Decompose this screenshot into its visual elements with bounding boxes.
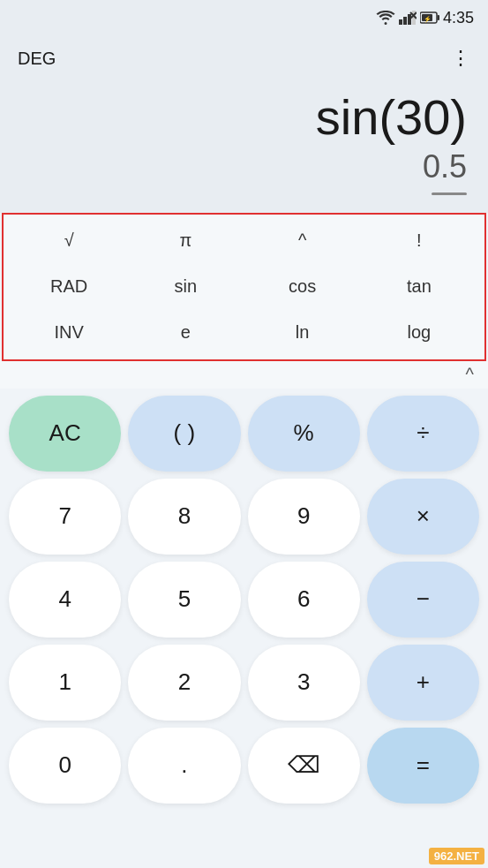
- calc-row-1: AC ( ) % ÷: [9, 396, 479, 472]
- e-button[interactable]: e: [127, 312, 244, 354]
- display-area: sin(30) 0.5: [0, 81, 488, 213]
- ln-button[interactable]: ln: [244, 312, 361, 354]
- two-button[interactable]: 2: [128, 645, 240, 721]
- svg-rect-0: [399, 19, 402, 25]
- calc-row-5: 0 . ⌫ =: [9, 728, 479, 804]
- add-button[interactable]: +: [367, 645, 479, 721]
- log-button[interactable]: log: [361, 312, 477, 354]
- factorial-button[interactable]: !: [361, 220, 477, 262]
- sci-row-3: INV e ln log: [4, 310, 484, 356]
- svg-rect-2: [408, 14, 411, 25]
- ac-button[interactable]: AC: [9, 396, 121, 472]
- zero-button[interactable]: 0: [9, 728, 121, 804]
- backspace-button[interactable]: ⌫: [248, 728, 360, 804]
- percent-button[interactable]: %: [248, 396, 360, 472]
- nine-button[interactable]: 9: [248, 479, 360, 555]
- result-display: 0.5: [423, 148, 467, 185]
- wifi-icon: [376, 11, 395, 25]
- multiply-button[interactable]: ×: [367, 479, 479, 555]
- status-bar: ⚡ 4:35: [0, 0, 488, 35]
- watermark: 962.NET: [429, 848, 484, 864]
- seven-button[interactable]: 7: [9, 479, 121, 555]
- svg-rect-1: [403, 17, 407, 25]
- cursor-line: [432, 192, 467, 195]
- five-button[interactable]: 5: [128, 562, 240, 638]
- eight-button[interactable]: 8: [128, 479, 240, 555]
- sin-button[interactable]: sin: [127, 266, 244, 308]
- three-button[interactable]: 3: [248, 645, 360, 721]
- status-time: 4:35: [443, 9, 474, 27]
- collapse-button[interactable]: ^: [459, 363, 481, 387]
- parens-button[interactable]: ( ): [128, 396, 240, 472]
- decimal-button[interactable]: .: [128, 728, 240, 804]
- sci-row-1: √ π ^ !: [4, 218, 484, 264]
- scientific-panel: √ π ^ ! RAD sin cos tan INV e ln log: [2, 213, 486, 361]
- calc-row-2: 7 8 9 ×: [9, 479, 479, 555]
- svg-text:⚡: ⚡: [424, 15, 432, 23]
- sqrt-button[interactable]: √: [11, 220, 127, 262]
- deg-label[interactable]: DEG: [18, 49, 56, 69]
- more-options-icon[interactable]: ⋮: [451, 47, 470, 70]
- cos-button[interactable]: cos: [244, 266, 361, 308]
- equals-button[interactable]: =: [367, 728, 479, 804]
- calc-row-4: 1 2 3 +: [9, 645, 479, 721]
- battery-icon: ⚡: [420, 11, 439, 24]
- inv-button[interactable]: INV: [11, 312, 127, 354]
- four-button[interactable]: 4: [9, 562, 121, 638]
- one-button[interactable]: 1: [9, 645, 121, 721]
- svg-rect-7: [437, 15, 439, 20]
- power-button[interactable]: ^: [244, 220, 361, 262]
- divide-button[interactable]: ÷: [367, 396, 479, 472]
- six-button[interactable]: 6: [248, 562, 360, 638]
- subtract-button[interactable]: −: [367, 562, 479, 638]
- calc-row-3: 4 5 6 −: [9, 562, 479, 638]
- calculator-body: AC ( ) % ÷ 7 8 9 × 4 5 6 − 1 2 3 + 0 . ⌫…: [0, 389, 488, 816]
- rad-button[interactable]: RAD: [11, 266, 127, 308]
- status-icons: ⚡ 4:35: [376, 9, 474, 27]
- top-bar: DEG ⋮: [0, 35, 488, 81]
- pi-button[interactable]: π: [127, 220, 244, 262]
- tan-button[interactable]: tan: [361, 266, 477, 308]
- sci-row-2: RAD sin cos tan: [4, 264, 484, 310]
- expression-display: sin(30): [316, 90, 467, 145]
- collapse-row: ^: [0, 361, 488, 389]
- signal-icon: [399, 11, 417, 25]
